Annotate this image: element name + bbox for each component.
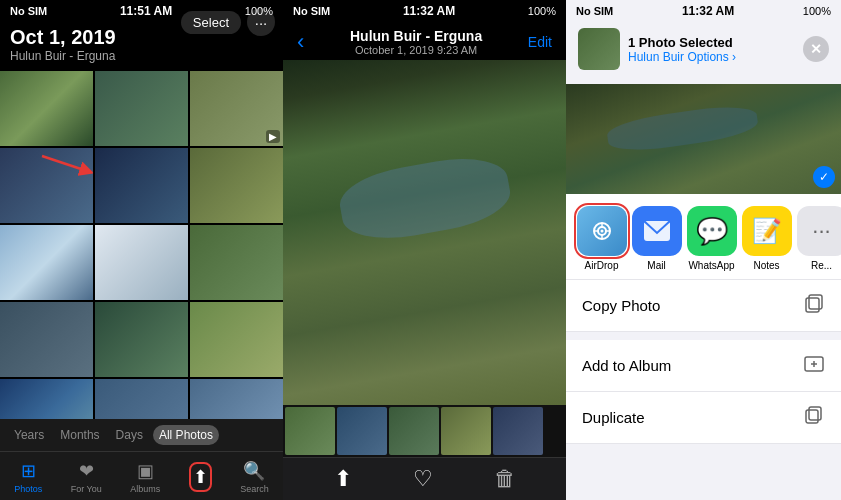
share-icon: ⬆ — [193, 467, 208, 487]
photo-cell[interactable] — [0, 225, 93, 300]
svg-rect-15 — [809, 407, 821, 420]
panel2-title: Hulun Buir - Erguna — [350, 28, 482, 44]
mail-label: Mail — [647, 260, 665, 271]
copy-photo-label: Copy Photo — [582, 297, 660, 314]
whatsapp-icon: 💬 — [687, 206, 737, 256]
svg-rect-9 — [806, 298, 819, 312]
copy-photo-icon — [803, 292, 825, 319]
thumbnail[interactable] — [285, 407, 335, 455]
panel2-topbar: ‹ Hulun Buir - Erguna October 1, 2019 9:… — [283, 18, 566, 60]
delete-icon[interactable]: 🗑 — [494, 466, 516, 492]
panel2-main-photo[interactable] — [283, 60, 566, 405]
nav-search[interactable]: ⬆ — [179, 460, 222, 494]
share-button-box: ⬆ — [189, 462, 212, 492]
photos-icon: ⊞ — [21, 460, 36, 482]
share-header: 1 Photo Selected Hulun Buir Options › ✕ — [566, 18, 841, 84]
duplicate-action[interactable]: Duplicate — [566, 392, 841, 444]
panel3-carrier: No SIM — [576, 5, 613, 17]
panel3-share-sheet: No SIM 11:32 AM 100% 1 Photo Selected Hu… — [566, 0, 841, 500]
thumbnail[interactable] — [493, 407, 543, 455]
close-button[interactable]: ✕ — [803, 36, 829, 62]
svg-rect-10 — [809, 295, 822, 309]
panel2-time: 11:32 AM — [403, 4, 455, 18]
filter-months[interactable]: Months — [54, 425, 105, 445]
airdrop-ring — [574, 203, 630, 259]
nav-albums[interactable]: ▣ Albums — [120, 458, 170, 496]
panel1-location: Hulun Buir - Erguna — [10, 49, 273, 63]
thumbnails-strip — [283, 405, 566, 457]
notes-app[interactable]: 📝 Notes — [739, 206, 794, 271]
add-to-album-label: Add to Album — [582, 357, 671, 374]
photo-cell[interactable] — [190, 379, 283, 419]
photo-cell[interactable] — [190, 148, 283, 223]
mail-svg — [643, 220, 671, 242]
photo-cell[interactable] — [95, 71, 188, 146]
airdrop-app[interactable]: AirDrop — [574, 206, 629, 271]
panel2-carrier: No SIM — [293, 5, 330, 17]
photo-cell[interactable] — [0, 379, 93, 419]
nav-for-you-label: For You — [71, 484, 102, 494]
nav-search2[interactable]: 🔍 Search — [230, 458, 279, 496]
share-options[interactable]: Hulun Buir Options › — [628, 50, 736, 64]
more-options-button[interactable]: ··· — [247, 8, 275, 36]
photo-cell[interactable] — [95, 148, 188, 223]
red-arrow — [37, 148, 94, 176]
share-preview: 1 Photo Selected Hulun Buir Options › — [578, 28, 736, 70]
more-app[interactable]: ··· Re... — [794, 206, 841, 271]
photo-cell[interactable] — [190, 302, 283, 377]
photo-cell[interactable] — [95, 302, 188, 377]
select-button[interactable]: Select — [181, 11, 241, 34]
action-spacer — [566, 332, 841, 340]
panel3-battery: 100% — [803, 5, 831, 17]
panel1-time: 11:51 AM — [120, 4, 172, 18]
photo-cell[interactable] — [0, 302, 93, 377]
share-action-icon[interactable]: ⬆ — [334, 466, 352, 492]
panel1-photos-list: No SIM 11:51 AM 100% Oct 1, 2019 Hulun B… — [0, 0, 283, 500]
duplicate-icon — [803, 404, 825, 431]
nav-photos[interactable]: ⊞ Photos — [4, 458, 52, 496]
panel2-date: October 1, 2019 9:23 AM — [350, 44, 482, 56]
back-button[interactable]: ‹ — [297, 29, 304, 55]
photo-cell[interactable]: ▶ — [190, 71, 283, 146]
panel3-photo-strip: ✓ — [566, 84, 841, 194]
for-you-icon: ❤ — [79, 460, 94, 482]
edit-button[interactable]: Edit — [528, 34, 552, 50]
photo-strip-content — [566, 84, 841, 194]
share-info: 1 Photo Selected Hulun Buir Options › — [628, 35, 736, 64]
photo-cell[interactable] — [0, 71, 93, 146]
whatsapp-app[interactable]: 💬 WhatsApp — [684, 206, 739, 271]
notes-icon: 📝 — [742, 206, 792, 256]
more-label: Re... — [811, 260, 832, 271]
photo-cell[interactable] — [95, 225, 188, 300]
photo-cell[interactable] — [0, 148, 93, 223]
photo-cell[interactable] — [95, 379, 188, 419]
mail-app[interactable]: Mail — [629, 206, 684, 271]
whatsapp-label: WhatsApp — [688, 260, 734, 271]
more-icon: ··· — [797, 206, 842, 256]
panel2-title-block: Hulun Buir - Erguna October 1, 2019 9:23… — [350, 28, 482, 56]
photo-grid: ▶ — [0, 71, 283, 419]
nav-photos-label: Photos — [14, 484, 42, 494]
filter-all-photos[interactable]: All Photos — [153, 425, 219, 445]
thumbnail[interactable] — [337, 407, 387, 455]
copy-photo-action[interactable]: Copy Photo — [566, 280, 841, 332]
filter-years[interactable]: Years — [8, 425, 50, 445]
albums-icon: ▣ — [137, 460, 154, 482]
thumbnail[interactable] — [389, 407, 439, 455]
selected-checkmark: ✓ — [813, 166, 835, 188]
heart-icon[interactable]: ♡ — [413, 466, 433, 492]
add-to-album-action[interactable]: Add to Album — [566, 340, 841, 392]
share-thumbnail — [578, 28, 620, 70]
mail-icon — [632, 206, 682, 256]
thumbnail[interactable] — [441, 407, 491, 455]
panel1-carrier: No SIM — [10, 5, 47, 17]
photo-cell[interactable] — [190, 225, 283, 300]
notes-label: Notes — [753, 260, 779, 271]
nav-for-you[interactable]: ❤ For You — [61, 458, 112, 496]
nav-albums-label: Albums — [130, 484, 160, 494]
filter-bar: Years Months Days All Photos — [0, 419, 283, 451]
filter-days[interactable]: Days — [110, 425, 149, 445]
panel3-time: 11:32 AM — [682, 4, 734, 18]
add-to-album-icon — [803, 352, 825, 379]
duplicate-label: Duplicate — [582, 409, 645, 426]
